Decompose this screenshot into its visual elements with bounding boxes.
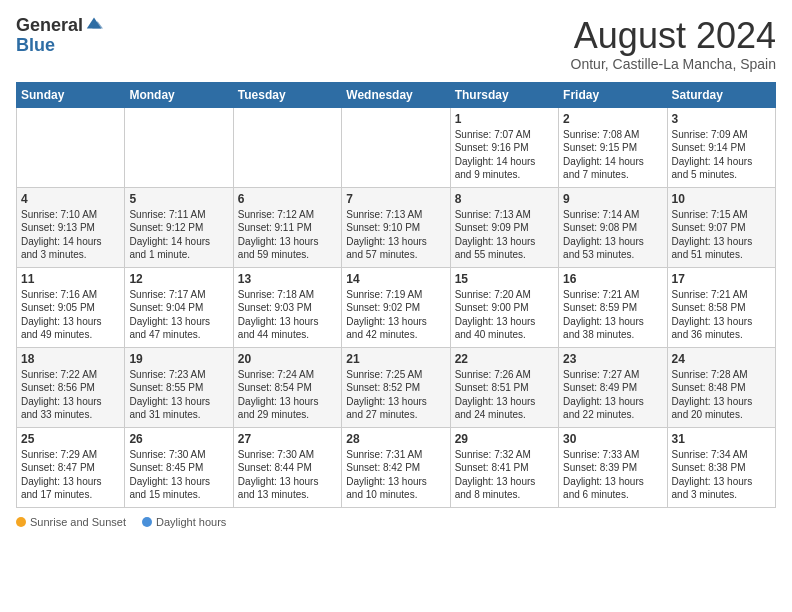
cell-info: Sunrise: 7:19 AM Sunset: 9:02 PM Dayligh… (346, 288, 445, 342)
header-row: SundayMondayTuesdayWednesdayThursdayFrid… (17, 82, 776, 107)
cell-info: Sunrise: 7:26 AM Sunset: 8:51 PM Dayligh… (455, 368, 554, 422)
day-number: 14 (346, 272, 445, 286)
cell-info: Sunrise: 7:21 AM Sunset: 8:58 PM Dayligh… (672, 288, 771, 342)
cell-info: Sunrise: 7:25 AM Sunset: 8:52 PM Dayligh… (346, 368, 445, 422)
day-number: 4 (21, 192, 120, 206)
col-header-sunday: Sunday (17, 82, 125, 107)
calendar-cell: 10Sunrise: 7:15 AM Sunset: 9:07 PM Dayli… (667, 187, 775, 267)
calendar-cell: 22Sunrise: 7:26 AM Sunset: 8:51 PM Dayli… (450, 347, 558, 427)
day-number: 6 (238, 192, 337, 206)
day-number: 12 (129, 272, 228, 286)
cell-info: Sunrise: 7:28 AM Sunset: 8:48 PM Dayligh… (672, 368, 771, 422)
day-number: 22 (455, 352, 554, 366)
cell-info: Sunrise: 7:09 AM Sunset: 9:14 PM Dayligh… (672, 128, 771, 182)
day-number: 1 (455, 112, 554, 126)
day-number: 7 (346, 192, 445, 206)
calendar-cell (17, 107, 125, 187)
cell-info: Sunrise: 7:14 AM Sunset: 9:08 PM Dayligh… (563, 208, 662, 262)
day-number: 18 (21, 352, 120, 366)
day-number: 8 (455, 192, 554, 206)
week-row-1: 1Sunrise: 7:07 AM Sunset: 9:16 PM Daylig… (17, 107, 776, 187)
col-header-monday: Monday (125, 82, 233, 107)
day-number: 11 (21, 272, 120, 286)
calendar-cell: 30Sunrise: 7:33 AM Sunset: 8:39 PM Dayli… (559, 427, 667, 507)
day-number: 17 (672, 272, 771, 286)
calendar-cell: 5Sunrise: 7:11 AM Sunset: 9:12 PM Daylig… (125, 187, 233, 267)
cell-info: Sunrise: 7:27 AM Sunset: 8:49 PM Dayligh… (563, 368, 662, 422)
main-title: August 2024 (571, 16, 776, 56)
day-number: 26 (129, 432, 228, 446)
calendar-cell: 18Sunrise: 7:22 AM Sunset: 8:56 PM Dayli… (17, 347, 125, 427)
cell-info: Sunrise: 7:17 AM Sunset: 9:04 PM Dayligh… (129, 288, 228, 342)
calendar-cell: 19Sunrise: 7:23 AM Sunset: 8:55 PM Dayli… (125, 347, 233, 427)
col-header-wednesday: Wednesday (342, 82, 450, 107)
daylight-label: Daylight hours (156, 516, 226, 528)
day-number: 23 (563, 352, 662, 366)
day-number: 15 (455, 272, 554, 286)
sunrise-dot (16, 517, 26, 527)
calendar-cell: 31Sunrise: 7:34 AM Sunset: 8:38 PM Dayli… (667, 427, 775, 507)
subtitle: Ontur, Castille-La Mancha, Spain (571, 56, 776, 72)
calendar-cell: 12Sunrise: 7:17 AM Sunset: 9:04 PM Dayli… (125, 267, 233, 347)
cell-info: Sunrise: 7:32 AM Sunset: 8:41 PM Dayligh… (455, 448, 554, 502)
calendar-cell: 17Sunrise: 7:21 AM Sunset: 8:58 PM Dayli… (667, 267, 775, 347)
col-header-friday: Friday (559, 82, 667, 107)
cell-info: Sunrise: 7:30 AM Sunset: 8:44 PM Dayligh… (238, 448, 337, 502)
legend-sunrise: Sunrise and Sunset (16, 516, 126, 528)
calendar-cell: 21Sunrise: 7:25 AM Sunset: 8:52 PM Dayli… (342, 347, 450, 427)
cell-info: Sunrise: 7:29 AM Sunset: 8:47 PM Dayligh… (21, 448, 120, 502)
calendar-cell: 25Sunrise: 7:29 AM Sunset: 8:47 PM Dayli… (17, 427, 125, 507)
cell-info: Sunrise: 7:18 AM Sunset: 9:03 PM Dayligh… (238, 288, 337, 342)
cell-info: Sunrise: 7:24 AM Sunset: 8:54 PM Dayligh… (238, 368, 337, 422)
calendar-cell: 24Sunrise: 7:28 AM Sunset: 8:48 PM Dayli… (667, 347, 775, 427)
cell-info: Sunrise: 7:34 AM Sunset: 8:38 PM Dayligh… (672, 448, 771, 502)
day-number: 2 (563, 112, 662, 126)
cell-info: Sunrise: 7:13 AM Sunset: 9:09 PM Dayligh… (455, 208, 554, 262)
week-row-2: 4Sunrise: 7:10 AM Sunset: 9:13 PM Daylig… (17, 187, 776, 267)
calendar-cell: 16Sunrise: 7:21 AM Sunset: 8:59 PM Dayli… (559, 267, 667, 347)
calendar-cell: 11Sunrise: 7:16 AM Sunset: 9:05 PM Dayli… (17, 267, 125, 347)
cell-info: Sunrise: 7:21 AM Sunset: 8:59 PM Dayligh… (563, 288, 662, 342)
cell-info: Sunrise: 7:23 AM Sunset: 8:55 PM Dayligh… (129, 368, 228, 422)
day-number: 25 (21, 432, 120, 446)
logo-general-text: General (16, 16, 83, 36)
cell-info: Sunrise: 7:33 AM Sunset: 8:39 PM Dayligh… (563, 448, 662, 502)
cell-info: Sunrise: 7:15 AM Sunset: 9:07 PM Dayligh… (672, 208, 771, 262)
day-number: 19 (129, 352, 228, 366)
col-header-tuesday: Tuesday (233, 82, 341, 107)
day-number: 29 (455, 432, 554, 446)
calendar-cell: 4Sunrise: 7:10 AM Sunset: 9:13 PM Daylig… (17, 187, 125, 267)
calendar-cell: 6Sunrise: 7:12 AM Sunset: 9:11 PM Daylig… (233, 187, 341, 267)
calendar-cell: 13Sunrise: 7:18 AM Sunset: 9:03 PM Dayli… (233, 267, 341, 347)
week-row-4: 18Sunrise: 7:22 AM Sunset: 8:56 PM Dayli… (17, 347, 776, 427)
day-number: 5 (129, 192, 228, 206)
page-header: General Blue August 2024 Ontur, Castille… (16, 16, 776, 72)
logo-icon (85, 14, 103, 32)
day-number: 24 (672, 352, 771, 366)
calendar-cell: 8Sunrise: 7:13 AM Sunset: 9:09 PM Daylig… (450, 187, 558, 267)
calendar-cell: 14Sunrise: 7:19 AM Sunset: 9:02 PM Dayli… (342, 267, 450, 347)
day-number: 16 (563, 272, 662, 286)
calendar-cell: 20Sunrise: 7:24 AM Sunset: 8:54 PM Dayli… (233, 347, 341, 427)
daylight-dot (142, 517, 152, 527)
calendar-cell: 27Sunrise: 7:30 AM Sunset: 8:44 PM Dayli… (233, 427, 341, 507)
calendar-cell: 1Sunrise: 7:07 AM Sunset: 9:16 PM Daylig… (450, 107, 558, 187)
cell-info: Sunrise: 7:13 AM Sunset: 9:10 PM Dayligh… (346, 208, 445, 262)
cell-info: Sunrise: 7:20 AM Sunset: 9:00 PM Dayligh… (455, 288, 554, 342)
calendar-cell: 29Sunrise: 7:32 AM Sunset: 8:41 PM Dayli… (450, 427, 558, 507)
cell-info: Sunrise: 7:31 AM Sunset: 8:42 PM Dayligh… (346, 448, 445, 502)
calendar-cell: 3Sunrise: 7:09 AM Sunset: 9:14 PM Daylig… (667, 107, 775, 187)
day-number: 30 (563, 432, 662, 446)
title-block: August 2024 Ontur, Castille-La Mancha, S… (571, 16, 776, 72)
week-row-5: 25Sunrise: 7:29 AM Sunset: 8:47 PM Dayli… (17, 427, 776, 507)
cell-info: Sunrise: 7:30 AM Sunset: 8:45 PM Dayligh… (129, 448, 228, 502)
legend: Sunrise and Sunset Daylight hours (16, 516, 776, 528)
col-header-saturday: Saturday (667, 82, 775, 107)
day-number: 10 (672, 192, 771, 206)
day-number: 28 (346, 432, 445, 446)
calendar-cell (342, 107, 450, 187)
logo: General Blue (16, 16, 103, 56)
calendar-table: SundayMondayTuesdayWednesdayThursdayFrid… (16, 82, 776, 508)
calendar-cell: 2Sunrise: 7:08 AM Sunset: 9:15 PM Daylig… (559, 107, 667, 187)
sunrise-label: Sunrise and Sunset (30, 516, 126, 528)
